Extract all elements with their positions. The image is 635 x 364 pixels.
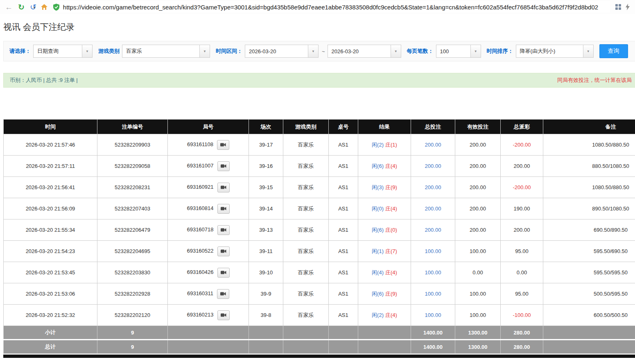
cell-total-bet[interactable]: 100.00 [411,283,455,305]
video-replay-button[interactable] [217,161,230,171]
column-header: 桌号 [329,120,358,134]
cell-total-bet[interactable]: 200.00 [411,219,455,241]
round-number: 693160718 [187,226,213,233]
cell-remark: 595.50/690.50 [543,241,635,262]
cell-remark: 1080.50/880.50 [543,177,635,198]
cell-result: 闲(2)庄(1) [358,134,411,156]
chevron-down-icon[interactable]: ▼ [82,45,92,57]
url-text[interactable]: https://videoie.com/game/betrecord_searc… [63,4,598,11]
video-replay-button[interactable] [217,204,230,214]
table-row: 2026-03-20 21:57:11 523282209058 6931610… [4,156,635,177]
game-type-select[interactable]: 百家乐 ▼ [122,45,210,58]
cell-table-no: AS1 [329,198,358,219]
result-banker: 庄(4) [385,312,397,318]
chevron-down-icon[interactable]: ▼ [583,45,593,57]
lightning-icon[interactable] [625,4,630,10]
game-type-value: 百家乐 [122,45,199,57]
page-size-select[interactable]: 100 ▼ [436,45,481,58]
cell-result: 闲(6)庄(4) [358,156,411,177]
cell-bet-no: 523282207403 [97,198,168,219]
video-replay-button[interactable] [217,310,230,320]
cell-table-no: AS1 [329,134,358,156]
cell-remark: 595.50/595.50 [543,262,635,283]
table-body: 2026-03-20 21:57:46 523282209903 6931611… [4,134,635,326]
cell-round: 693160814 [168,198,249,219]
back-arrow-icon[interactable]: ← [5,3,13,11]
round-number: 693161007 [187,163,213,169]
query-mode-select[interactable]: 日期查询 ▼ [33,45,93,58]
cell-round: 693161108 [168,134,249,156]
round-number: 693160311 [187,290,213,296]
url-input[interactable]: https://videoie.com/game/betrecord_searc… [53,1,610,13]
cell-result: 闲(1)庄(7) [358,241,411,262]
cell-total-bet[interactable]: 100.00 [411,241,455,262]
cell-game-type: 百家乐 [283,305,329,326]
cell-bet-no: 523282209903 [97,134,168,156]
total-total-bet: 1400.00 [411,340,455,354]
search-button[interactable]: 查询 [599,44,628,58]
cell-total-bet[interactable]: 100.00 [411,262,455,283]
result-player: 闲(0) [372,206,384,212]
cell-payout: 200.00 [501,219,543,241]
video-replay-button[interactable] [217,225,230,235]
cell-total-bet[interactable]: 100.00 [411,305,455,326]
cell-time: 2026-03-20 21:55:34 [4,219,97,241]
column-header: 游戏类别 [283,120,329,134]
cell-total-bet[interactable]: 200.00 [411,134,455,156]
cell-valid-bet: 200.00 [455,219,501,241]
date-to-select[interactable]: 2026-03-20 ▼ [328,45,401,58]
refresh-icon[interactable]: ↻ [18,3,25,11]
safety-shield-icon[interactable] [53,4,59,11]
chevron-down-icon[interactable]: ▼ [199,45,210,57]
cell-payout: -100.00 [501,305,543,326]
cell-time: 2026-03-20 21:52:32 [4,305,97,326]
video-replay-button[interactable] [217,268,230,278]
cell-total-bet[interactable]: 200.00 [411,177,455,198]
result-player: 闲(6) [372,291,384,297]
page-size-label: 每页笔数： [407,47,434,55]
table-row: 2026-03-20 21:56:41 523282208231 6931609… [4,177,635,198]
video-replay-button[interactable] [217,246,230,256]
subtotal-payout: 280.00 [501,326,543,340]
home-icon[interactable] [41,4,48,10]
cell-result: 闲(6)庄(9) [358,283,411,305]
cell-time: 2026-03-20 21:53:45 [4,262,97,283]
cell-total-bet[interactable]: 200.00 [411,156,455,177]
cell-table-no: AS1 [329,156,358,177]
browser-toolbar: ← ↻ ↺ ▾ https://videoie.com/game/betreco… [0,0,635,14]
cell-game-type: 百家乐 [283,241,329,262]
sort-order-value: 降幂(由大到小) [516,45,583,57]
video-replay-button[interactable] [217,183,230,192]
cell-session: 39-17 [249,134,283,156]
cell-total-bet[interactable]: 200.00 [411,198,455,219]
video-replay-button[interactable] [217,289,229,299]
chevron-down-icon[interactable]: ▼ [391,45,401,57]
cell-game-type: 百家乐 [283,156,329,177]
cell-session: 39-11 [249,241,283,262]
cell-valid-bet: 200.00 [455,198,501,219]
column-header: 场次 [249,120,283,134]
total-valid-bet: 1300.00 [455,340,501,354]
cell-round: 693160522 [168,241,249,262]
cell-time: 2026-03-20 21:56:41 [4,177,97,198]
video-replay-button[interactable] [217,140,229,150]
chevron-down-icon[interactable]: ▼ [470,45,481,57]
cell-session: 39-10 [249,262,283,283]
cell-result: 闲(6)庄(0) [358,219,411,241]
chevron-down-icon[interactable]: ▼ [308,45,318,57]
page-title: 视讯 会员下注纪录 [3,21,635,33]
result-banker: 庄(4) [385,269,397,276]
column-header: 备注 [543,120,635,134]
cell-remark: 500.50/595.50 [543,283,635,305]
cell-session: 39-15 [249,177,283,198]
select-mode-label: 请选择： [9,47,31,55]
date-from-select[interactable]: 2026-03-20 ▼ [245,45,319,58]
cell-round: 693160311 [168,283,249,305]
undo-dropdown-caret-icon[interactable]: ▾ [34,6,35,11]
subtotal-valid-bet: 1300.00 [455,326,501,340]
cell-table-no: AS1 [329,177,358,198]
cell-table-no: AS1 [329,241,358,262]
extension-grid-icon[interactable] [615,4,621,10]
sort-order-select[interactable]: 降幂(由大到小) ▼ [516,45,594,58]
summary-bar: 币别：人民币 | 总共 :9 注单 | 同局有效投注，统一计算在该局 [3,73,635,88]
